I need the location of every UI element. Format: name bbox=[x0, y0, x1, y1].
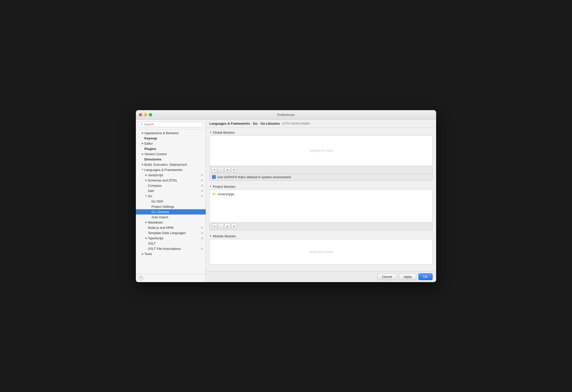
global-libraries-title: Global libraries bbox=[213, 131, 235, 134]
sidebar-item-languages-frameworks[interactable]: ▼ Languages & Frameworks bbox=[136, 167, 206, 172]
sidebar-item-tools[interactable]: ▶ Tools bbox=[136, 251, 206, 257]
project-icon: ⊟ bbox=[282, 122, 284, 125]
sidebar-item-compass[interactable]: Compass ⊞ bbox=[136, 183, 206, 188]
module-libraries-header[interactable]: ▼ Module libraries bbox=[209, 233, 433, 239]
sidebar-item-go-sdk[interactable]: Go SDK bbox=[136, 199, 206, 204]
project-add-button[interactable]: + bbox=[212, 224, 217, 229]
sidebar-item-project-settings[interactable]: Project Settings bbox=[136, 204, 206, 209]
minimize-button[interactable] bbox=[144, 113, 147, 116]
panels-area: ▼ Global libraries Nothing to show + − ▲… bbox=[206, 128, 436, 271]
bottom-bar: Cancel Apply OK bbox=[206, 271, 436, 282]
sidebar-item-label: XSLT bbox=[148, 242, 203, 245]
sidebar-item-label: Version Control bbox=[144, 152, 203, 156]
apply-button[interactable]: Apply bbox=[399, 273, 417, 280]
sidebar-item-template-data[interactable]: Template Data Languages ⊞ bbox=[136, 230, 206, 236]
sidebar-item-label: Go SDK bbox=[151, 200, 203, 203]
sidebar-item-label: Project Settings bbox=[151, 205, 203, 209]
titlebar: Preferences bbox=[136, 110, 436, 120]
sidebar-item-directories[interactable]: Directories bbox=[136, 157, 206, 162]
sidebar-item-label: Keymap bbox=[144, 136, 203, 140]
search-box: ⚲ bbox=[136, 120, 206, 129]
sidebar-item-label: JavaScript bbox=[148, 173, 200, 177]
sidebar-item-version-control[interactable]: ▶ Version Control bbox=[136, 151, 206, 157]
config-icon: ⊞ bbox=[201, 179, 203, 182]
sidebar-item-xslt[interactable]: XSLT bbox=[136, 241, 206, 246]
sidebar-item-label: Build, Execution, Deployment bbox=[144, 163, 203, 166]
library-list-item[interactable]: 📁 /Users/q/go bbox=[210, 191, 432, 197]
cancel-button[interactable]: Cancel bbox=[377, 273, 397, 280]
module-libraries-list: Nothing to show bbox=[210, 239, 432, 264]
sidebar-item-label: Directories bbox=[144, 157, 203, 161]
sidebar-item-schemas-dtds[interactable]: ▶ Schemas and DTDs ⊞ bbox=[136, 178, 206, 183]
sidebar-item-auto-import[interactable]: Auto Import bbox=[136, 215, 206, 220]
search-input[interactable] bbox=[144, 123, 201, 126]
ok-button[interactable]: OK bbox=[418, 273, 433, 280]
checkbox-check-icon: ✓ bbox=[213, 176, 215, 178]
search-input-wrapper[interactable]: ⚲ bbox=[138, 122, 203, 127]
global-nothing-to-show: Nothing to show bbox=[309, 149, 333, 152]
sidebar-item-xslt-file[interactable]: XSLT File Associations ⊞ bbox=[136, 246, 206, 251]
sidebar-item-label: Compass bbox=[148, 184, 200, 187]
global-up-button[interactable]: ▲ bbox=[225, 167, 230, 172]
breadcrumb-sep-2: › bbox=[258, 122, 259, 125]
gopath-checkbox-label: Use GOPATH that's defined in system envi… bbox=[217, 175, 291, 179]
config-icon: ⊞ bbox=[201, 189, 203, 192]
global-down-button[interactable]: ▼ bbox=[231, 167, 237, 172]
project-down-button[interactable]: ▼ bbox=[231, 224, 237, 229]
sidebar: ⚲ ▶ Appearance & Behavior Keymap ▶ Edito… bbox=[136, 120, 206, 282]
global-remove-button[interactable]: − bbox=[218, 167, 224, 172]
section-arrow-project: ▼ bbox=[209, 185, 212, 188]
maximize-button[interactable] bbox=[149, 113, 152, 116]
arrow-icon: ▶ bbox=[144, 221, 148, 224]
module-libraries-content: Nothing to show bbox=[209, 239, 433, 265]
config-icon: ⊞ bbox=[201, 226, 203, 229]
project-libraries-header[interactable]: ▼ Project libraries bbox=[209, 184, 433, 189]
arrow-icon-expanded: ▼ bbox=[144, 195, 148, 197]
gopath-checkbox[interactable]: ✓ bbox=[212, 175, 216, 179]
breadcrumb-part-1: Languages & Frameworks bbox=[209, 122, 250, 125]
sidebar-item-appearance[interactable]: ▶ Appearance & Behavior bbox=[136, 130, 206, 136]
search-icon: ⚲ bbox=[141, 123, 143, 126]
global-libraries-content: Nothing to show + − ▲ ▼ ✓ bbox=[209, 135, 433, 181]
arrow-icon: ▶ bbox=[141, 153, 144, 155]
project-libraries-list: 📁 /Users/q/go bbox=[210, 190, 432, 222]
sidebar-item-label: Go Libraries bbox=[151, 210, 203, 214]
sidebar-item-dart[interactable]: Dart ⊞ bbox=[136, 188, 206, 193]
sidebar-item-go[interactable]: ▼ Go ⊞ bbox=[136, 193, 206, 199]
sidebar-item-go-libraries[interactable]: Go Libraries bbox=[136, 209, 206, 215]
sidebar-item-label: TypeScript bbox=[148, 236, 200, 240]
project-libraries-section: ▼ Project libraries 📁 /Users/q/go + bbox=[209, 184, 433, 230]
for-project-label: For current project bbox=[285, 122, 310, 125]
gopath-checkbox-row: ✓ Use GOPATH that's defined in system en… bbox=[210, 173, 432, 180]
sidebar-bottom: ? bbox=[136, 274, 206, 282]
close-button[interactable] bbox=[139, 113, 142, 116]
sidebar-item-javascript[interactable]: ▶ JavaScript ⊞ bbox=[136, 172, 206, 178]
sidebar-item-editor[interactable]: ▶ Editor bbox=[136, 141, 206, 146]
sidebar-item-label: Tools bbox=[144, 252, 203, 256]
project-up-button[interactable]: ▲ bbox=[225, 224, 230, 229]
sidebar-item-keymap[interactable]: Keymap bbox=[136, 136, 206, 141]
global-add-button[interactable]: + bbox=[212, 167, 217, 172]
sidebar-item-label: Go bbox=[148, 194, 200, 198]
config-icon: ⊞ bbox=[201, 173, 203, 177]
help-button[interactable]: ? bbox=[138, 276, 143, 281]
sidebar-tree: ▶ Appearance & Behavior Keymap ▶ Editor … bbox=[136, 129, 206, 274]
sidebar-item-label: Languages & Frameworks bbox=[144, 168, 203, 172]
folder-icon: 📁 bbox=[212, 192, 216, 196]
sidebar-item-build[interactable]: ▶ Build, Execution, Deployment bbox=[136, 162, 206, 167]
config-icon: ⊞ bbox=[201, 184, 203, 187]
traffic-lights bbox=[139, 113, 152, 116]
gopath-checkbox-wrapper[interactable]: ✓ Use GOPATH that's defined in system en… bbox=[212, 175, 291, 179]
sidebar-item-nodejs[interactable]: Node.js and NPM ⊞ bbox=[136, 225, 206, 230]
sidebar-item-label: Auto Import bbox=[151, 215, 203, 219]
global-libraries-header[interactable]: ▼ Global libraries bbox=[209, 130, 433, 135]
for-project-link[interactable]: ⊟ For current project bbox=[282, 122, 310, 125]
sidebar-item-plugins[interactable]: Plugins bbox=[136, 146, 206, 151]
project-libraries-toolbar: + − ▲ ▼ bbox=[210, 222, 432, 230]
sidebar-item-label: Markdown bbox=[148, 221, 203, 224]
library-path: /Users/q/go bbox=[218, 192, 234, 196]
sidebar-item-typescript[interactable]: ▶ TypeScript ⊞ bbox=[136, 236, 206, 241]
sidebar-item-label: Dart bbox=[148, 189, 200, 193]
project-remove-button[interactable]: − bbox=[218, 224, 224, 229]
sidebar-item-markdown[interactable]: ▶ Markdown bbox=[136, 220, 206, 225]
